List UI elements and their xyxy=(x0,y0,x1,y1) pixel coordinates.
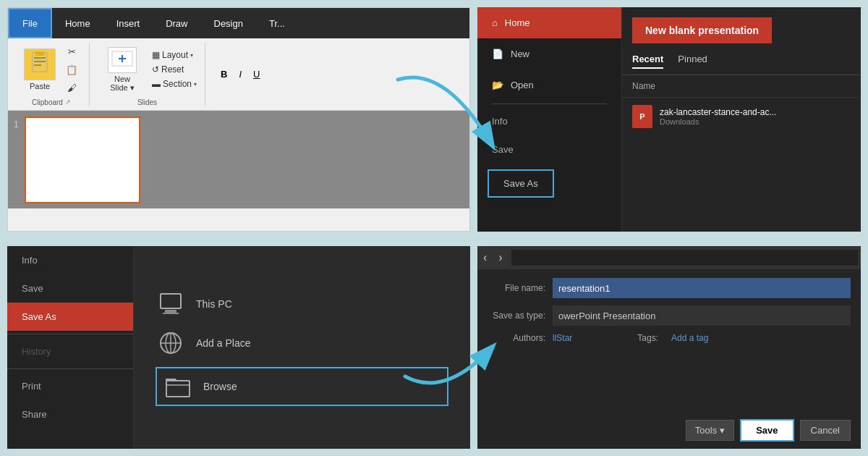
tab-recent[interactable]: Recent xyxy=(632,54,663,69)
tags-label: Tags: xyxy=(637,333,658,343)
nav-forward-button[interactable]: › xyxy=(493,248,508,267)
save-as-panel: Info Save Save As History Print Share Th… xyxy=(7,246,470,449)
recent-item-0[interactable]: P zak-lancaster-stance-and-ac... Downloa… xyxy=(622,98,861,135)
menu-save[interactable]: Save xyxy=(477,135,621,164)
author-row: Authors: llStar Tags: Add a tag xyxy=(477,329,861,347)
recent-item-text: zak-lancaster-stance-and-ac... Downloads xyxy=(660,107,776,126)
paste-label: Paste xyxy=(30,82,50,90)
svg-rect-10 xyxy=(163,313,179,314)
open-icon: 📂 xyxy=(492,80,503,90)
recent-item-location: Downloads xyxy=(660,117,776,126)
menu-open-label: Open xyxy=(511,80,534,90)
tools-arrow-icon: ▾ xyxy=(720,425,725,436)
slide-dropdown-options: ▦ Layout ▾ ↺ Reset ▬ Section ▾ xyxy=(150,49,199,90)
menu-info[interactable]: Info xyxy=(477,107,621,135)
copy-button[interactable]: 📋 xyxy=(63,62,80,77)
tools-button[interactable]: Tools ▾ xyxy=(686,420,734,441)
new-slide-icon xyxy=(108,47,137,73)
new-slide-label: New xyxy=(114,75,130,83)
clipboard-small-icons: ✂ 📋 🖌 xyxy=(63,43,80,96)
menu-divider-1 xyxy=(492,104,607,104)
tab-file[interactable]: File xyxy=(8,8,52,38)
clipboard-expand-icon[interactable]: ↗ xyxy=(65,98,71,106)
svg-rect-15 xyxy=(166,381,190,397)
file-menu-panel: ⌂ Home 📄 New 📂 Open Info Save Save As Ne… xyxy=(477,7,861,232)
filename-row: File name: xyxy=(477,269,861,303)
new-slide-button[interactable]: New Slide ▾ xyxy=(101,44,144,96)
sidebar-share[interactable]: Share xyxy=(7,400,133,428)
add-place-icon xyxy=(156,328,186,358)
dialog-actions: Tools ▾ Save Cancel xyxy=(477,412,861,449)
save-as-sidebar: Info Save Save As History Print Share xyxy=(7,246,134,449)
new-blank-button[interactable]: New blank presentation xyxy=(632,17,772,43)
filetype-input[interactable] xyxy=(553,305,851,326)
tab-pinned[interactable]: Pinned xyxy=(678,54,707,69)
paste-icon xyxy=(24,48,56,80)
cancel-button[interactable]: Cancel xyxy=(800,420,851,441)
paste-button[interactable]: Paste xyxy=(20,47,60,92)
nav-back-button[interactable]: ‹ xyxy=(477,248,493,267)
this-pc-label: This PC xyxy=(196,298,232,310)
reset-icon: ↺ xyxy=(152,64,159,75)
save-dialog-panel: ‹ › File name: Save as type: Authors: ll… xyxy=(477,246,861,449)
browse-icon xyxy=(163,371,193,402)
menu-new[interactable]: 📄 New xyxy=(477,38,621,69)
format-painter-button[interactable]: 🖌 xyxy=(63,80,80,96)
section-label: Section xyxy=(163,79,192,89)
svg-rect-1 xyxy=(35,51,44,56)
menu-new-label: New xyxy=(511,48,529,59)
format-buttons: B I U xyxy=(211,62,458,87)
sidebar-info[interactable]: Info xyxy=(7,246,133,274)
sidebar-print[interactable]: Print xyxy=(7,372,133,400)
tab-draw[interactable]: Draw xyxy=(153,8,200,38)
svg-rect-3 xyxy=(34,61,46,62)
recent-pinned-tabs: Recent Pinned xyxy=(622,54,861,75)
reset-label: Reset xyxy=(161,64,184,75)
format-group: B I U xyxy=(205,56,464,93)
italic-button[interactable]: I xyxy=(235,67,245,81)
pptx-icon: P xyxy=(632,105,652,128)
section-icon: ▬ xyxy=(152,79,161,89)
layout-option[interactable]: ▦ Layout ▾ xyxy=(150,49,199,61)
underline-button[interactable]: U xyxy=(250,67,263,81)
slide-number: 1 xyxy=(14,119,19,130)
menu-home-label: Home xyxy=(505,17,530,28)
tab-design[interactable]: Design xyxy=(201,8,256,38)
tab-home[interactable]: Home xyxy=(52,8,103,38)
tab-insert[interactable]: Insert xyxy=(103,8,153,38)
save-button[interactable]: Save xyxy=(740,419,793,442)
layout-label: Layout xyxy=(162,50,188,60)
slide-thumbnail[interactable] xyxy=(25,117,140,203)
bold-button[interactable]: B xyxy=(217,67,231,81)
sidebar-divider xyxy=(7,334,133,334)
save-as-options: This PC Add a Place Brows xyxy=(134,246,470,449)
ribbon-body: Paste ✂ 📋 🖌 Clipboard ↗ xyxy=(8,38,469,111)
reset-option[interactable]: ↺ Reset xyxy=(150,64,199,75)
new-icon: 📄 xyxy=(492,48,503,59)
menu-open[interactable]: 📂 Open xyxy=(477,69,621,101)
sidebar-divider-2 xyxy=(7,368,133,369)
add-tag-button[interactable]: Add a tag xyxy=(671,333,708,343)
browse-option[interactable]: Browse xyxy=(156,367,448,406)
sidebar-save[interactable]: Save xyxy=(7,274,133,303)
svg-rect-4 xyxy=(34,64,41,66)
recent-name-header: Name xyxy=(622,75,861,98)
author-label: Authors: xyxy=(488,333,545,343)
author-value[interactable]: llStar xyxy=(553,333,572,343)
tab-more[interactable]: Tr... xyxy=(256,8,298,38)
cut-button[interactable]: ✂ xyxy=(63,43,80,59)
ribbon-panel: File Home Insert Draw Design Tr... xyxy=(7,7,470,232)
file-menu-sidebar: ⌂ Home 📄 New 📂 Open Info Save Save As xyxy=(477,7,622,232)
dialog-path-bar xyxy=(511,250,858,266)
menu-home[interactable]: ⌂ Home xyxy=(477,7,621,38)
home-icon: ⌂ xyxy=(492,17,498,28)
this-pc-option[interactable]: This PC xyxy=(156,289,448,319)
section-option[interactable]: ▬ Section ▾ xyxy=(150,78,199,90)
ribbon-tab-bar: File Home Insert Draw Design Tr... xyxy=(8,8,469,38)
svg-rect-2 xyxy=(34,57,46,59)
menu-save-as[interactable]: Save As xyxy=(488,169,554,198)
sidebar-save-as[interactable]: Save As xyxy=(7,303,133,331)
add-a-place-option[interactable]: Add a Place xyxy=(156,328,448,358)
layout-arrow: ▾ xyxy=(190,52,193,59)
filename-input[interactable] xyxy=(553,278,851,298)
